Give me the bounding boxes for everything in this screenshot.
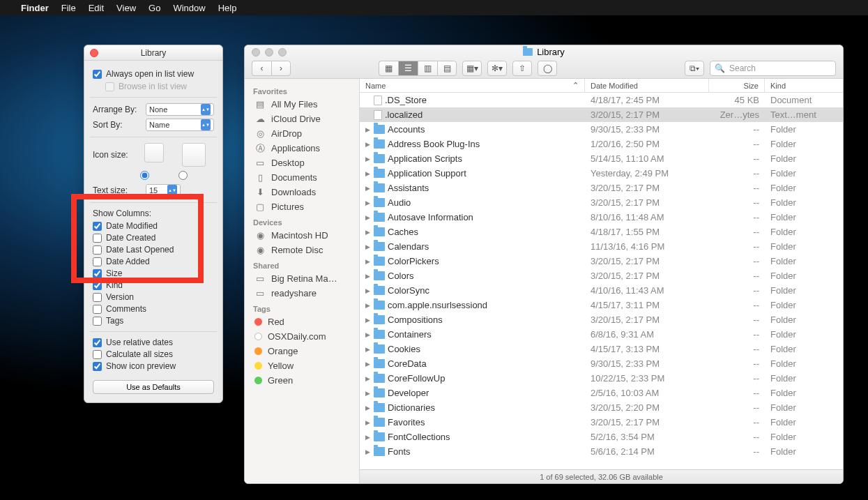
col-date-last-opened-checkbox[interactable] <box>93 245 102 255</box>
table-row[interactable]: ▶Containers6/8/16, 9:31 AM--Folder <box>360 327 843 342</box>
disclosure-triangle-icon[interactable]: ▶ <box>364 419 371 426</box>
action-button[interactable]: ✻▾ <box>487 61 507 76</box>
table-row[interactable]: ▶Calendars11/13/16, 4:16 PM--Folder <box>360 239 843 254</box>
menu-window[interactable]: Window <box>173 3 205 13</box>
icon-size-small-radio[interactable] <box>140 171 149 180</box>
menu-go[interactable]: Go <box>149 3 160 13</box>
table-row[interactable]: .DS_Store4/18/17, 2:45 PM45 KBDocument <box>360 93 843 107</box>
column-view-button[interactable]: ▥ <box>418 61 437 76</box>
disclosure-triangle-icon[interactable]: ▶ <box>364 185 371 192</box>
table-row[interactable]: ▶Compositions3/20/15, 2:17 PM--Folder <box>360 312 843 327</box>
sidebar-item[interactable]: ▯Documents <box>245 170 359 185</box>
disclosure-triangle-icon[interactable]: ▶ <box>364 170 371 177</box>
col-tags-checkbox[interactable] <box>93 317 102 326</box>
disclosure-triangle-icon[interactable]: ▶ <box>364 317 371 324</box>
sidebar-item[interactable]: ⒶApplications <box>245 141 359 156</box>
icon-view-button[interactable]: ▦ <box>379 61 398 76</box>
disclosure-triangle-icon[interactable]: ▶ <box>364 448 371 455</box>
menu-file[interactable]: File <box>61 3 76 13</box>
disclosure-triangle-icon[interactable]: ▶ <box>364 243 371 250</box>
sidebar-item[interactable]: ◉Macintosh HD <box>245 228 359 243</box>
sidebar-item[interactable]: ▭Desktop <box>245 156 359 170</box>
share-button[interactable]: ⇧ <box>512 61 532 76</box>
table-row[interactable]: ▶Autosave Information8/10/16, 11:48 AM--… <box>360 210 843 225</box>
back-button[interactable]: ‹ <box>252 61 271 76</box>
traffic-lights[interactable] <box>252 48 287 56</box>
col-kind-checkbox[interactable] <box>93 281 102 290</box>
table-row[interactable]: ▶CoreFollowUp10/22/15, 2:33 PM--Folder <box>360 371 843 386</box>
sidebar-item[interactable]: ▢Pictures <box>245 199 359 214</box>
table-row[interactable]: ▶Application SupportYesterday, 2:49 PM--… <box>360 166 843 181</box>
kind-column-header[interactable]: Kind <box>765 79 843 92</box>
icon-size-large-radio[interactable] <box>178 171 188 180</box>
forward-button[interactable]: › <box>271 61 291 76</box>
sidebar-item[interactable]: ▭Big Retina Ma… <box>245 271 359 286</box>
sidebar-item[interactable]: ☁iCloud Drive <box>245 112 359 126</box>
col-date-modified-checkbox[interactable] <box>93 222 102 231</box>
view-options-titlebar[interactable]: Library <box>84 45 222 61</box>
sidebar-item[interactable]: ⬇Downloads <box>245 185 359 199</box>
disclosure-triangle-icon[interactable]: ▶ <box>364 390 371 397</box>
disclosure-triangle-icon[interactable]: ▶ <box>364 331 371 338</box>
table-row[interactable]: ▶Colors3/20/15, 2:17 PM--Folder <box>360 268 843 283</box>
disclosure-triangle-icon[interactable]: ▶ <box>364 375 371 382</box>
use-relative-dates-checkbox[interactable] <box>93 338 102 347</box>
sidebar-item[interactable]: ▭readyshare <box>245 286 359 301</box>
disclosure-triangle-icon[interactable]: ▶ <box>364 346 371 353</box>
disclosure-triangle-icon[interactable]: ▶ <box>364 126 371 133</box>
disclosure-triangle-icon[interactable]: ▶ <box>364 199 371 206</box>
disclosure-triangle-icon[interactable]: ▶ <box>364 141 371 148</box>
sidebar-item[interactable]: ◎AirDrop <box>245 126 359 141</box>
table-row[interactable]: ▶Favorites3/20/15, 2:17 PM--Folder <box>360 415 843 430</box>
menu-view[interactable]: View <box>116 3 136 13</box>
sidebar-item[interactable]: ▤All My Files <box>245 97 359 112</box>
coverflow-view-button[interactable]: ▤ <box>437 61 457 76</box>
sidebar-tag[interactable]: OSXDaily.com <box>245 329 359 344</box>
disclosure-triangle-icon[interactable]: ▶ <box>364 361 371 368</box>
disclosure-triangle-icon[interactable]: ▶ <box>364 258 371 265</box>
disclosure-triangle-icon[interactable]: ▶ <box>364 287 371 294</box>
table-row[interactable]: ▶com.apple.nsurlsessiond4/15/17, 3:11 PM… <box>360 298 843 312</box>
disclosure-triangle-icon[interactable]: ▶ <box>364 434 371 441</box>
table-row[interactable]: ▶Accounts9/30/15, 2:33 PM--Folder <box>360 122 843 137</box>
name-column-header[interactable]: Name⌃ <box>360 79 585 92</box>
show-icon-preview-checkbox[interactable] <box>93 362 102 371</box>
table-row[interactable]: ▶FontCollections5/2/16, 3:54 PM--Folder <box>360 430 843 444</box>
arrange-by-select[interactable]: None▲▼ <box>146 103 214 116</box>
date-column-header[interactable]: Date Modified <box>585 79 709 92</box>
sidebar-item[interactable]: ◉Remote Disc <box>245 243 359 257</box>
close-icon[interactable] <box>90 49 98 57</box>
col-version-checkbox[interactable] <box>93 293 102 302</box>
sort-by-select[interactable]: Name▲▼ <box>146 119 214 131</box>
disclosure-triangle-icon[interactable]: ▶ <box>364 273 371 280</box>
col-date-added-checkbox[interactable] <box>93 257 102 266</box>
table-row[interactable]: ▶Fonts5/6/16, 2:14 PM--Folder <box>360 444 843 459</box>
disclosure-triangle-icon[interactable]: ▶ <box>364 214 371 221</box>
arrange-button[interactable]: ▦▾ <box>462 61 482 76</box>
table-row[interactable]: ▶Cookies4/15/17, 3:13 PM--Folder <box>360 342 843 356</box>
table-row[interactable]: ▶Dictionaries3/20/15, 2:20 PM--Folder <box>360 400 843 415</box>
menu-help[interactable]: Help <box>218 3 237 13</box>
sidebar-tag[interactable]: Red <box>245 315 359 329</box>
table-row[interactable]: ▶Caches4/18/17, 1:55 PM--Folder <box>360 225 843 239</box>
disclosure-triangle-icon[interactable]: ▶ <box>364 156 371 162</box>
table-row[interactable]: ▶CoreData9/30/15, 2:33 PM--Folder <box>360 356 843 371</box>
sidebar-tag[interactable]: Yellow <box>245 358 359 373</box>
sidebar-tag[interactable]: Orange <box>245 344 359 358</box>
text-size-select[interactable]: 15▲▼ <box>146 184 181 197</box>
table-row[interactable]: ▶Audio3/20/15, 2:17 PM--Folder <box>360 195 843 210</box>
dropbox-button[interactable]: ⧉▾ <box>685 61 704 76</box>
table-row[interactable]: ▶ColorPickers3/20/15, 2:17 PM--Folder <box>360 254 843 268</box>
tags-button[interactable]: ◯ <box>538 61 557 76</box>
table-row[interactable]: ▶Developer2/5/16, 10:03 AM--Folder <box>360 386 843 400</box>
app-menu[interactable]: Finder <box>21 3 49 13</box>
col-date-created-checkbox[interactable] <box>93 234 102 243</box>
calculate-sizes-checkbox[interactable] <box>93 350 102 359</box>
disclosure-triangle-icon[interactable]: ▶ <box>364 229 371 236</box>
table-row[interactable]: .localized3/20/15, 2:17 PMZer…ytesText…m… <box>360 107 843 122</box>
table-row[interactable]: ▶Assistants3/20/15, 2:17 PM--Folder <box>360 181 843 195</box>
list-view-button[interactable]: ☰ <box>398 61 418 76</box>
table-row[interactable]: ▶ColorSync4/10/16, 11:43 AM--Folder <box>360 283 843 298</box>
col-size-checkbox[interactable] <box>93 269 102 278</box>
col-comments-checkbox[interactable] <box>93 305 102 314</box>
